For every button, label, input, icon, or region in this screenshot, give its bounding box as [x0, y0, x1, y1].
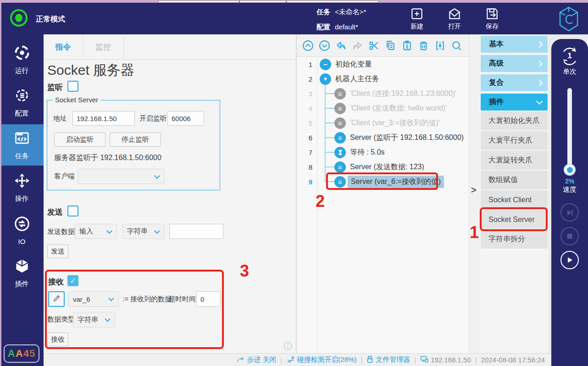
frame-tick [239, 1, 240, 3]
tree-row[interactable]: 8 ≡ Server (发送数据: 123) [297, 160, 469, 174]
sidebar-item-jog[interactable]: 操作 [0, 167, 44, 208]
sidebar-item-io[interactable]: IO [0, 210, 44, 251]
receive-checkbox[interactable]: ✓ [67, 275, 78, 286]
datatype-dropdown[interactable]: 字符串 [73, 312, 115, 327]
receive-var-dropdown[interactable]: var_6 [68, 291, 119, 307]
speed-slider-thumb[interactable] [564, 164, 576, 176]
info-icon[interactable]: i [284, 342, 292, 350]
tree-row[interactable]: 3 ≡ 'Client (连接:192.168.1.23:6000)' [297, 86, 469, 101]
cut-icon[interactable] [368, 39, 380, 51]
tree-row[interactable]: 4 ≡ 'Client (发送数据: hello world)' [297, 101, 469, 116]
start-listen-button[interactable]: 启动监听 [54, 133, 105, 147]
node-minus-icon[interactable]: − [320, 59, 331, 70]
file-manager-link[interactable]: 文件管理器 [366, 355, 410, 365]
palette-item[interactable]: 数组赋值 [481, 171, 548, 189]
palette-item-socket-server[interactable]: Socket Server [481, 210, 548, 229]
step-button[interactable] [560, 203, 579, 222]
glyph: ≡ [338, 90, 342, 98]
tab-instruction[interactable]: 指令 [44, 34, 83, 60]
palette-item-label: 数组赋值 [488, 175, 518, 185]
search-icon[interactable] [450, 39, 462, 51]
tree-row-selected[interactable]: 9 ≡ Server (var_6:=接收到的值) [297, 174, 469, 189]
paste-icon[interactable] [401, 39, 413, 51]
category-compound[interactable]: 复合 [481, 74, 548, 91]
collision-robot-icon [286, 355, 294, 365]
move-down-icon[interactable] [318, 39, 330, 51]
sidebar-item-run[interactable]: 运行 [0, 39, 44, 80]
send-data-input[interactable] [169, 224, 223, 239]
open-icon [447, 6, 462, 21]
tree-row[interactable]: 7 等待 : 5.0s [297, 145, 469, 160]
move-up-icon[interactable] [302, 39, 314, 51]
node-menu-icon[interactable]: ≡ [334, 88, 346, 100]
jog-arrows-icon [13, 172, 31, 191]
sidebar-item-config[interactable]: 配置 [0, 82, 44, 123]
tab-monitor[interactable]: 监控 [83, 34, 124, 60]
single-cycle-icon[interactable]: 1 [559, 44, 581, 68]
category-advanced[interactable]: 高级 [481, 55, 548, 72]
redo-icon[interactable] [351, 39, 363, 51]
sidebar-item-task[interactable]: 任务 [0, 124, 44, 166]
node-menu-icon[interactable]: ≡ [334, 117, 346, 129]
play-button[interactable] [560, 251, 579, 269]
timeout-input[interactable] [196, 291, 221, 307]
chevron-down-icon [108, 295, 114, 301]
category-plugin[interactable]: 插件 [481, 94, 548, 111]
save-task-button[interactable]: 保存 [482, 6, 503, 31]
collapse-panel-handle[interactable]: > [471, 185, 477, 195]
listen-checkbox[interactable] [67, 81, 78, 92]
annotation-number-1: 1 [470, 223, 479, 242]
collision-status[interactable]: 碰撞检测开启(28%) [286, 355, 356, 365]
palette-item-label: Socket Server [488, 216, 534, 224]
palette-item[interactable]: 大寰初始化夹爪 [481, 111, 548, 130]
task-row: 任务<未命名>* [316, 8, 366, 17]
datetime: 2024-08-08 17:56:24 [481, 356, 545, 364]
sidebar-item-plugin[interactable]: 插件 [0, 252, 44, 294]
stop-button[interactable] [560, 227, 579, 245]
delete-icon[interactable] [417, 39, 429, 51]
step-mode-status[interactable]: 步进 关闭 [237, 355, 276, 365]
listen-port-input[interactable] [167, 111, 204, 126]
node-hourglass-icon[interactable] [334, 147, 346, 158]
node-menu-icon[interactable]: ≡ [334, 103, 346, 114]
palette-item[interactable]: 大寰旋转夹爪 [481, 151, 548, 170]
fold-icon[interactable] [434, 39, 446, 51]
send-type-dropdown[interactable]: 字符串 [122, 224, 165, 239]
node-collapse-icon[interactable]: ▼ [320, 73, 331, 85]
tree-row[interactable]: 2 ▼ 机器人主任务 [297, 72, 469, 86]
open-task-button[interactable]: 打开 [444, 6, 465, 31]
node-menu-icon[interactable]: ≡ [334, 132, 346, 144]
node-menu-icon[interactable]: ≡ [334, 176, 346, 188]
sidebar-item-label: 操作 [15, 194, 29, 203]
send-mode-dropdown[interactable]: 输入 [75, 224, 117, 239]
row-label: 机器人主任务 [335, 74, 379, 84]
receive-label: 接收 [48, 277, 64, 287]
address-label: 地址 [53, 114, 67, 123]
node-menu-icon[interactable]: ≡ [334, 161, 346, 173]
groupbox-legend: Socket Server [53, 96, 100, 104]
send-checkbox[interactable] [67, 205, 78, 216]
edit-variable-button[interactable] [48, 291, 65, 307]
badge-char: 5 [29, 348, 35, 360]
collision-text: 碰撞检测开启(28%) [297, 355, 356, 364]
frame-tick [286, 1, 287, 3]
stop-listen-button[interactable]: 停止监听 [110, 133, 161, 147]
address-input[interactable] [72, 111, 135, 126]
undo-icon[interactable] [335, 39, 347, 51]
tree-row[interactable]: 5 ≡ 'Client (var_3:=接收到的值)' [297, 116, 469, 130]
tree-row[interactable]: 6 ≡ Server (监听于 192.168.1.50:6000) [297, 130, 469, 145]
speed-slider-track[interactable] [567, 88, 572, 172]
palette-item[interactable]: 大寰平行夹爪 [481, 131, 548, 150]
sidebar-item-label: IO [18, 238, 26, 245]
category-basic[interactable]: 基本 [481, 36, 548, 53]
new-task-button[interactable]: 新建 [406, 6, 427, 31]
send-button[interactable]: 发送 [47, 244, 68, 258]
row-label: Server (var_6:=接收到的值) [348, 176, 444, 188]
tree-row[interactable]: 1 − 初始化变量 [297, 57, 469, 72]
account-badge[interactable]: A A 4 5 [4, 344, 39, 363]
palette-item[interactable]: Socket Client [481, 190, 548, 209]
client-dropdown[interactable] [78, 169, 165, 184]
palette-item[interactable]: 字符串拆分 [481, 230, 548, 249]
receive-button[interactable]: 接收 [47, 333, 68, 346]
copy-icon[interactable] [384, 39, 396, 51]
